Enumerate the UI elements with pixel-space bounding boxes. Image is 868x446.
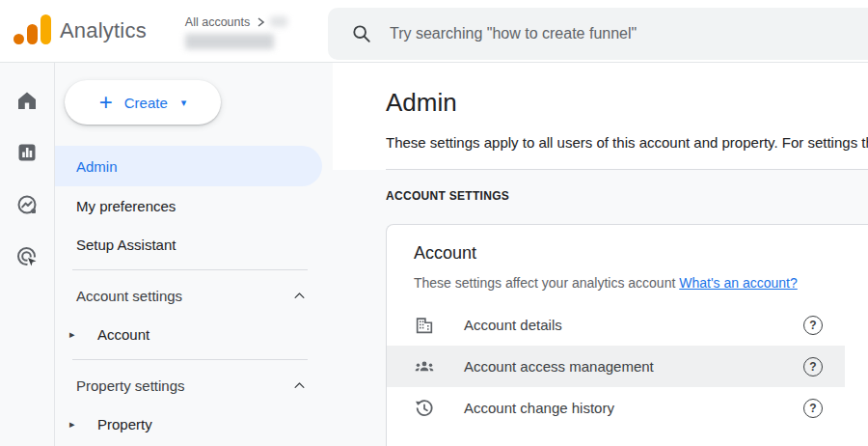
google-analytics-logo-icon bbox=[12, 14, 50, 47]
sidebar-item-account[interactable]: ▸ Account bbox=[55, 315, 333, 353]
row-label: Account access management bbox=[464, 358, 654, 375]
page-title: Admin bbox=[386, 88, 868, 118]
reports-icon[interactable] bbox=[0, 126, 54, 179]
row-label: Account details bbox=[464, 317, 562, 333]
help-icon[interactable]: ? bbox=[803, 357, 823, 376]
create-button[interactable]: + Create ▾ bbox=[65, 80, 221, 125]
row-account-change-history[interactable]: Account change history ? bbox=[387, 387, 845, 429]
section-label: Property settings bbox=[76, 377, 185, 394]
help-icon[interactable]: ? bbox=[803, 316, 823, 335]
account-settings-section-label: ACCOUNT SETTINGS bbox=[386, 189, 868, 203]
breadcrumb-all-accounts[interactable]: All accounts bbox=[185, 15, 250, 29]
divider bbox=[72, 359, 308, 360]
redacted-account-name bbox=[185, 34, 274, 49]
explore-icon[interactable] bbox=[0, 179, 54, 231]
tree-item-label: Account bbox=[97, 326, 149, 343]
admin-sidebar: + Create ▾ Admin My preferences Setup As… bbox=[55, 63, 333, 446]
help-icon[interactable]: ? bbox=[803, 399, 823, 418]
analytics-home-link[interactable]: Analytics bbox=[12, 14, 147, 47]
search-input[interactable] bbox=[390, 25, 868, 42]
building-icon bbox=[414, 315, 435, 336]
sidebar-item-label: Admin bbox=[76, 158, 118, 175]
section-label: Account settings bbox=[76, 288, 182, 304]
product-name: Analytics bbox=[60, 18, 147, 43]
advertising-icon[interactable] bbox=[0, 231, 54, 283]
sidebar-item-label: My preferences bbox=[76, 198, 176, 214]
chevron-up-icon bbox=[292, 378, 307, 393]
chevron-down-icon: ▾ bbox=[181, 97, 187, 109]
top-app-bar: Analytics All accounts bbox=[0, 0, 868, 63]
row-account-access-management[interactable]: Account access management ? bbox=[387, 346, 845, 387]
create-button-label: Create bbox=[124, 95, 168, 111]
sidebar-item-admin[interactable]: Admin bbox=[55, 146, 322, 186]
admin-main-panel: Admin These settings apply to all users … bbox=[333, 63, 868, 446]
global-search-bar[interactable] bbox=[328, 8, 868, 60]
whats-an-account-link[interactable]: What's an account? bbox=[679, 275, 798, 291]
history-icon bbox=[414, 398, 435, 419]
chevron-up-icon bbox=[292, 289, 307, 303]
section-account-settings[interactable]: Account settings bbox=[55, 276, 333, 315]
sidebar-item-property[interactable]: ▸ Property bbox=[55, 404, 333, 443]
page-description: These settings apply to all users of thi… bbox=[386, 134, 868, 151]
row-account-details[interactable]: Account details ? bbox=[387, 304, 845, 346]
sidebar-item-setup-assistant[interactable]: Setup Assistant bbox=[55, 225, 333, 264]
tree-item-label: Property bbox=[97, 416, 152, 432]
people-icon bbox=[414, 356, 435, 377]
account-switcher[interactable]: All accounts bbox=[185, 14, 287, 49]
account-card: Account These settings affect your analy… bbox=[386, 224, 868, 446]
card-title: Account bbox=[387, 225, 868, 264]
search-icon bbox=[351, 23, 372, 44]
row-label: Account change history bbox=[464, 400, 614, 416]
redacted-breadcrumb-fragment bbox=[270, 16, 287, 27]
divider bbox=[72, 269, 308, 270]
section-property-settings[interactable]: Property settings bbox=[55, 366, 333, 404]
breadcrumb-chevron-icon bbox=[255, 16, 266, 28]
tree-expand-icon: ▸ bbox=[69, 418, 79, 431]
card-subtitle: These settings affect your analytics acc… bbox=[414, 275, 675, 291]
plus-icon: + bbox=[99, 91, 113, 114]
sidebar-item-label: Setup Assistant bbox=[76, 237, 176, 253]
tree-expand-icon: ▸ bbox=[69, 328, 79, 341]
sidebar-item-my-preferences[interactable]: My preferences bbox=[55, 186, 333, 225]
left-nav-rail bbox=[0, 63, 55, 446]
home-icon[interactable] bbox=[0, 74, 54, 126]
